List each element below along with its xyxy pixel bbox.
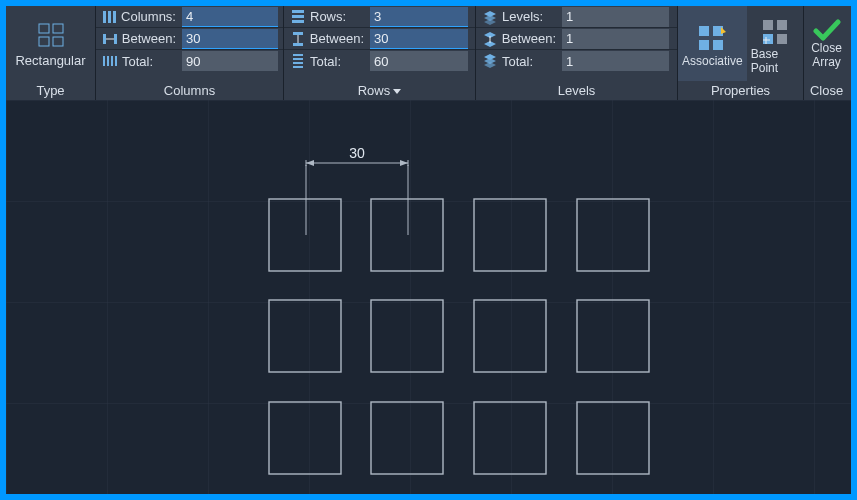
- type-panel-title: Type: [6, 81, 95, 100]
- levels-count-label: Levels:: [476, 6, 562, 27]
- columns-total-label: Total:: [96, 50, 182, 72]
- array-squares: [269, 199, 649, 474]
- svg-rect-23: [293, 66, 303, 68]
- levels-count-input[interactable]: [562, 7, 669, 27]
- dimension-annotation: 30: [306, 145, 408, 235]
- rows-panel: Rows: Between: Total:: [284, 6, 476, 100]
- svg-rect-10: [103, 56, 105, 66]
- close-array-label: CloseArray: [811, 42, 842, 70]
- levels-total-icon: [482, 53, 498, 69]
- svg-rect-48: [474, 300, 546, 372]
- levels-between-label: Between:: [476, 28, 562, 49]
- close-panel: CloseArray Close: [804, 6, 849, 100]
- rows-total-icon: [290, 53, 306, 69]
- columns-panel: Columns: Between: Total:: [96, 6, 284, 100]
- columns-total-icon: [102, 53, 118, 69]
- svg-rect-22: [293, 62, 303, 64]
- svg-rect-11: [107, 56, 109, 66]
- svg-rect-16: [292, 20, 304, 23]
- svg-rect-27: [699, 40, 709, 50]
- base-point-icon: [760, 17, 790, 47]
- svg-rect-15: [292, 15, 304, 18]
- svg-rect-7: [103, 34, 106, 44]
- associative-label: Associative: [682, 54, 743, 68]
- svg-rect-42: [269, 199, 341, 271]
- svg-rect-17: [293, 32, 303, 35]
- rows-count-icon: [290, 9, 306, 25]
- columns-between-label: Between:: [96, 28, 182, 49]
- associative-icon: [697, 24, 727, 54]
- rows-count-input[interactable]: [370, 7, 468, 27]
- svg-marker-37: [306, 160, 314, 166]
- columns-total-input[interactable]: [182, 51, 278, 71]
- svg-rect-12: [111, 56, 113, 66]
- svg-rect-14: [292, 10, 304, 13]
- base-point-label: Base Point: [751, 47, 799, 75]
- rectangular-array-icon: [35, 20, 67, 50]
- columns-between-input[interactable]: [182, 29, 278, 49]
- dimension-text: 30: [349, 145, 365, 161]
- svg-rect-53: [577, 402, 649, 474]
- chevron-down-icon: [393, 89, 401, 94]
- svg-rect-44: [474, 199, 546, 271]
- type-panel: Rectangular Type: [6, 6, 96, 100]
- svg-marker-38: [400, 160, 408, 166]
- base-point-button[interactable]: Base Point: [747, 6, 803, 81]
- svg-rect-52: [474, 402, 546, 474]
- svg-rect-3: [53, 37, 63, 46]
- ribbon: Rectangular Type Columns: Bet: [6, 6, 851, 100]
- array-type-button[interactable]: Rectangular: [6, 6, 95, 81]
- rows-total-input[interactable]: [370, 51, 468, 71]
- associative-button[interactable]: Associative: [678, 6, 747, 81]
- close-panel-title: Close: [804, 81, 849, 100]
- array-type-label: Rectangular: [15, 53, 85, 68]
- levels-count-icon: [482, 9, 498, 25]
- svg-rect-21: [293, 58, 303, 60]
- levels-between-input[interactable]: [562, 29, 669, 49]
- columns-count-input[interactable]: [182, 7, 278, 27]
- svg-rect-2: [39, 37, 49, 46]
- levels-between-icon: [482, 31, 498, 47]
- svg-rect-31: [777, 34, 787, 44]
- svg-rect-47: [371, 300, 443, 372]
- svg-rect-49: [577, 300, 649, 372]
- svg-rect-43: [371, 199, 443, 271]
- svg-rect-30: [777, 20, 787, 30]
- levels-panel: Levels: Between: Total:: [476, 6, 678, 100]
- levels-total-input[interactable]: [562, 51, 669, 71]
- checkmark-icon: [813, 18, 841, 42]
- svg-rect-1: [53, 24, 63, 33]
- levels-panel-title: Levels: [476, 81, 677, 100]
- drawing-canvas[interactable]: 30: [6, 100, 851, 494]
- svg-rect-5: [108, 11, 111, 23]
- rows-total-label: Total:: [284, 50, 370, 72]
- close-array-button[interactable]: CloseArray: [804, 6, 849, 81]
- columns-between-icon: [102, 31, 118, 47]
- svg-rect-51: [371, 402, 443, 474]
- svg-rect-18: [293, 43, 303, 46]
- rows-count-label: Rows:: [284, 6, 370, 27]
- svg-rect-46: [269, 300, 341, 372]
- svg-rect-4: [103, 11, 106, 23]
- svg-rect-0: [39, 24, 49, 33]
- columns-count-icon: [102, 9, 117, 25]
- rows-between-input[interactable]: [370, 29, 468, 49]
- svg-rect-28: [713, 40, 723, 50]
- properties-panel: Associative Base Point Properties: [678, 6, 804, 100]
- properties-panel-title: Properties: [678, 81, 803, 100]
- svg-rect-50: [269, 402, 341, 474]
- columns-count-label: Columns:: [96, 6, 182, 27]
- array-preview: 30: [6, 100, 851, 494]
- svg-rect-25: [699, 26, 709, 36]
- rows-panel-title[interactable]: Rows: [284, 81, 475, 100]
- svg-rect-45: [577, 199, 649, 271]
- svg-rect-20: [293, 54, 303, 56]
- levels-total-label: Total:: [476, 50, 562, 72]
- svg-rect-6: [113, 11, 116, 23]
- svg-rect-32: [763, 34, 773, 44]
- rows-between-icon: [290, 31, 306, 47]
- columns-panel-title: Columns: [96, 81, 283, 100]
- rows-between-label: Between:: [284, 28, 370, 49]
- svg-rect-8: [114, 34, 117, 44]
- svg-rect-29: [763, 20, 773, 30]
